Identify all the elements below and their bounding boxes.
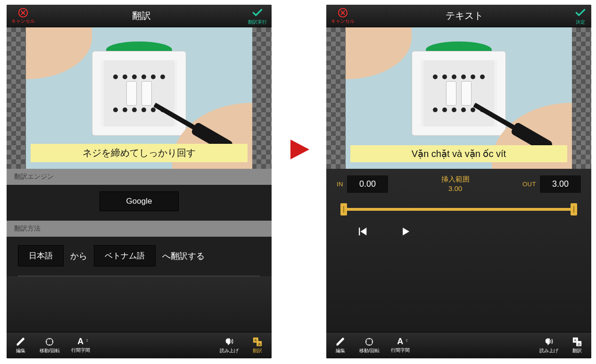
toolbar-move-label: 移動/回転 — [359, 347, 380, 354]
to-language-select[interactable]: ベトナム語 — [94, 245, 156, 266]
move-rotate-icon — [364, 337, 374, 347]
move-rotate-icon — [44, 337, 55, 347]
toolbar-edit-label: 編集 — [336, 347, 345, 354]
svg-point-1 — [46, 339, 53, 346]
confirm-button[interactable]: 決定 — [574, 7, 587, 25]
toolbar-left: 編集 移動/回転 A↕ 行間字間 — [9, 336, 94, 355]
engine-row: Google — [7, 185, 272, 221]
out-value[interactable]: 3.00 — [540, 175, 581, 193]
pencil-icon — [16, 337, 26, 347]
line-spacing-icon: A↕ — [77, 337, 83, 347]
in-group: IN 0.00 — [337, 175, 388, 193]
in-value[interactable]: 0.00 — [347, 175, 388, 193]
caption-right: Vặn chặt và vặn ốc vít — [350, 145, 567, 162]
from-particle: から — [70, 250, 87, 262]
toolbar-move[interactable]: 移動/回転 — [356, 336, 383, 355]
pencil-icon — [335, 337, 346, 347]
method-row: 日本語 から ベトナム語 へ翻訳する — [7, 237, 272, 271]
toolbar-speak[interactable]: 読み上げ — [536, 336, 562, 355]
skip-start-icon[interactable] — [356, 225, 369, 238]
toolbar-edit[interactable]: 編集 — [329, 336, 352, 355]
video-preview: ネジを締めてしっかり回す — [7, 27, 272, 169]
toolbar-speak-label: 読み上げ — [220, 347, 239, 354]
toolbar-move[interactable]: 移動/回転 — [36, 336, 64, 355]
confirm-button[interactable]: 翻訳実行 — [248, 7, 267, 25]
section-engine-label: 翻訳エンジン — [7, 169, 272, 185]
video-frame: Vặn chặt và vặn ốc vít — [346, 27, 572, 169]
range-slider[interactable] — [337, 203, 581, 215]
toolbar-translate-label: 翻訳 — [572, 347, 582, 354]
toolbar-edit[interactable]: 編集 — [9, 336, 32, 355]
svg-text:あ: あ — [578, 342, 581, 346]
header: キャンセル テキスト 決定 — [326, 5, 591, 27]
slider-track — [342, 208, 575, 211]
engine-select[interactable]: Google — [99, 191, 179, 211]
toolbar-translate-label: 翻訳 — [253, 347, 262, 354]
range-value: 3.00 — [441, 184, 470, 193]
left-fill — [7, 276, 272, 332]
toolbar-kerning[interactable]: A↕ 行間字間 — [387, 336, 414, 355]
play-icon[interactable] — [399, 225, 412, 238]
close-circle-icon — [338, 8, 348, 19]
video-frame: ネジを締めてしっかり回す — [26, 27, 252, 169]
toolbar-right: 読み上げ Aあ 翻訳 — [536, 336, 588, 355]
arrow-icon — [287, 137, 312, 162]
pane-translate: キャンセル 翻訳 翻訳実行 — [7, 5, 272, 358]
out-group: OUT 3.00 — [522, 175, 581, 193]
video-preview: Vặn chặt và vặn ốc vít — [326, 27, 591, 169]
header: キャンセル 翻訳 翻訳実行 — [7, 5, 272, 27]
range-mid: 挿入範囲 3.00 — [441, 174, 470, 194]
in-label: IN — [337, 181, 343, 188]
toolbar-translate[interactable]: Aあ 翻訳 — [246, 336, 269, 355]
from-language-select[interactable]: 日本語 — [18, 245, 64, 266]
toolbar-speak-label: 読み上げ — [539, 347, 558, 354]
toolbar-right: 読み上げ Aあ 翻訳 — [216, 336, 269, 355]
to-particle: へ翻訳する — [162, 250, 205, 262]
translate-icon: Aあ — [572, 337, 582, 347]
toolbar-speak[interactable]: 読み上げ — [216, 336, 242, 355]
toolbar-move-label: 移動/回転 — [40, 347, 60, 354]
page-title: テキスト — [446, 9, 483, 22]
section-method-label: 翻訳方法 — [7, 221, 272, 237]
close-circle-icon — [18, 8, 28, 19]
toolbar-translate[interactable]: Aあ 翻訳 — [566, 336, 588, 355]
line-spacing-icon: A↕ — [397, 337, 403, 347]
translate-icon: Aあ — [252, 337, 263, 347]
toolbar: 編集 移動/回転 A↕ 行間字間 読み上げ Aあ 翻訳 — [7, 332, 272, 358]
check-icon — [574, 7, 587, 20]
cancel-label: キャンセル — [11, 18, 35, 25]
right-body: IN 0.00 挿入範囲 3.00 OUT 3.00 — [326, 169, 591, 332]
caption-left: ネジを締めてしっかり回す — [31, 144, 248, 162]
confirm-label: 決定 — [576, 19, 585, 25]
slider-handle-in[interactable] — [340, 203, 347, 215]
range-title: 挿入範囲 — [441, 174, 470, 184]
cancel-button[interactable]: キャンセル — [11, 8, 35, 25]
slider-handle-out[interactable] — [571, 203, 577, 215]
page-title: 翻訳 — [132, 9, 151, 22]
speak-icon — [224, 337, 234, 347]
play-controls — [337, 225, 581, 238]
check-icon — [251, 7, 264, 20]
toolbar-edit-label: 編集 — [16, 347, 25, 354]
toolbar-kerning-label: 行間字間 — [391, 347, 410, 354]
confirm-label: 翻訳実行 — [248, 19, 267, 25]
speak-icon — [544, 337, 554, 347]
toolbar-kerning-label: 行間字間 — [71, 347, 90, 354]
toolbar-left: 編集 移動/回転 A↕ 行間字間 — [329, 336, 414, 355]
toolbar-kerning[interactable]: A↕ 行間字間 — [67, 336, 94, 355]
range-head: IN 0.00 挿入範囲 3.00 OUT 3.00 — [337, 174, 581, 194]
cancel-button[interactable]: キャンセル — [331, 8, 355, 25]
svg-point-7 — [366, 339, 373, 346]
svg-text:A: A — [574, 338, 577, 342]
svg-text:あ: あ — [258, 342, 261, 346]
cancel-label: キャンセル — [331, 18, 355, 25]
toolbar: 編集 移動/回転 A↕ 行間字間 読み上げ Aあ 翻訳 — [326, 332, 591, 358]
out-label: OUT — [522, 181, 536, 188]
pane-text: キャンセル テキスト 決定 — [326, 5, 591, 358]
svg-text:A: A — [255, 338, 257, 342]
